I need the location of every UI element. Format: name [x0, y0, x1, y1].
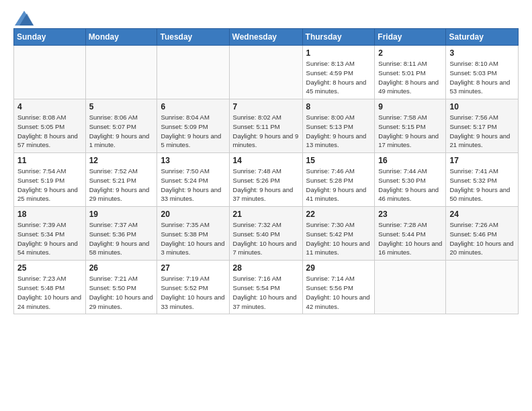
day-info: Sunrise: 8:00 AMSunset: 5:13 PMDaylight:…	[306, 113, 371, 150]
day-number: 9	[378, 102, 442, 111]
day-of-week-header: Monday	[85, 29, 157, 46]
day-info: Sunrise: 7:48 AMSunset: 5:26 PMDaylight:…	[233, 167, 299, 203]
calendar-week-row: 1Sunrise: 8:13 AMSunset: 4:59 PMDaylight…	[14, 46, 519, 99]
calendar-week-row: 4Sunrise: 8:08 AMSunset: 5:05 PMDaylight…	[14, 99, 519, 153]
day-info: Sunrise: 7:21 AMSunset: 5:50 PMDaylight:…	[89, 274, 154, 311]
calendar-cell: 26Sunrise: 7:21 AMSunset: 5:50 PMDayligh…	[85, 261, 157, 314]
day-of-week-header: Sunday	[14, 29, 86, 46]
day-of-week-header: Tuesday	[157, 29, 229, 46]
day-number: 12	[89, 156, 154, 165]
calendar-cell: 22Sunrise: 7:30 AMSunset: 5:42 PMDayligh…	[302, 207, 375, 261]
calendar-cell: 24Sunrise: 7:26 AMSunset: 5:46 PMDayligh…	[446, 207, 519, 261]
calendar-week-row: 18Sunrise: 7:39 AMSunset: 5:34 PMDayligh…	[14, 207, 519, 261]
day-of-week-header: Saturday	[446, 29, 519, 46]
day-info: Sunrise: 8:04 AMSunset: 5:09 PMDaylight:…	[161, 113, 225, 150]
day-number: 29	[306, 263, 371, 273]
calendar-cell: 13Sunrise: 7:50 AMSunset: 5:24 PMDayligh…	[157, 153, 229, 207]
calendar-cell	[157, 46, 229, 99]
calendar-cell: 6Sunrise: 8:04 AMSunset: 5:09 PMDaylight…	[157, 99, 229, 153]
logo-icon	[15, 11, 34, 26]
calendar-cell	[85, 46, 157, 99]
calendar-cell: 19Sunrise: 7:37 AMSunset: 5:36 PMDayligh…	[85, 207, 157, 261]
day-number: 16	[378, 156, 442, 165]
day-number: 27	[161, 263, 225, 273]
day-number: 1	[306, 48, 371, 58]
calendar-cell: 23Sunrise: 7:28 AMSunset: 5:44 PMDayligh…	[375, 207, 446, 261]
day-number: 15	[306, 156, 371, 165]
calendar-cell	[14, 46, 86, 99]
day-info: Sunrise: 7:19 AMSunset: 5:52 PMDaylight:…	[161, 274, 225, 311]
day-info: Sunrise: 8:08 AMSunset: 5:05 PMDaylight:…	[17, 113, 82, 150]
day-info: Sunrise: 8:06 AMSunset: 5:07 PMDaylight:…	[89, 113, 154, 150]
day-info: Sunrise: 7:46 AMSunset: 5:28 PMDaylight:…	[306, 167, 371, 203]
day-info: Sunrise: 7:52 AMSunset: 5:21 PMDaylight:…	[89, 167, 154, 203]
day-info: Sunrise: 7:30 AMSunset: 5:42 PMDaylight:…	[306, 220, 371, 257]
calendar-cell: 17Sunrise: 7:41 AMSunset: 5:32 PMDayligh…	[446, 153, 519, 207]
calendar-cell: 27Sunrise: 7:19 AMSunset: 5:52 PMDayligh…	[157, 261, 229, 314]
calendar-cell: 3Sunrise: 8:10 AMSunset: 5:03 PMDaylight…	[446, 46, 519, 99]
day-info: Sunrise: 8:13 AMSunset: 4:59 PMDaylight:…	[306, 59, 371, 96]
header	[13, 11, 519, 23]
calendar-cell: 10Sunrise: 7:56 AMSunset: 5:17 PMDayligh…	[446, 99, 519, 153]
day-info: Sunrise: 7:54 AMSunset: 5:19 PMDaylight:…	[17, 167, 82, 203]
calendar-cell: 28Sunrise: 7:16 AMSunset: 5:54 PMDayligh…	[229, 261, 302, 314]
calendar-week-row: 11Sunrise: 7:54 AMSunset: 5:19 PMDayligh…	[14, 153, 519, 207]
calendar-cell: 4Sunrise: 8:08 AMSunset: 5:05 PMDaylight…	[14, 99, 86, 153]
day-number: 18	[17, 210, 82, 219]
day-info: Sunrise: 7:44 AMSunset: 5:30 PMDaylight:…	[378, 167, 442, 203]
day-info: Sunrise: 7:35 AMSunset: 5:38 PMDaylight:…	[161, 220, 225, 257]
day-info: Sunrise: 7:14 AMSunset: 5:56 PMDaylight:…	[306, 274, 371, 311]
day-number: 20	[161, 210, 225, 219]
calendar-cell: 18Sunrise: 7:39 AMSunset: 5:34 PMDayligh…	[14, 207, 86, 261]
day-number: 8	[306, 102, 371, 111]
calendar-cell: 7Sunrise: 8:02 AMSunset: 5:11 PMDaylight…	[229, 99, 302, 153]
day-number: 14	[233, 156, 299, 165]
day-number: 6	[161, 102, 225, 111]
day-number: 19	[89, 210, 154, 219]
day-number: 11	[17, 156, 82, 165]
calendar-cell: 21Sunrise: 7:32 AMSunset: 5:40 PMDayligh…	[229, 207, 302, 261]
calendar-cell: 12Sunrise: 7:52 AMSunset: 5:21 PMDayligh…	[85, 153, 157, 207]
calendar-cell: 9Sunrise: 7:58 AMSunset: 5:15 PMDaylight…	[375, 99, 446, 153]
day-of-week-header: Friday	[375, 29, 446, 46]
calendar-cell: 29Sunrise: 7:14 AMSunset: 5:56 PMDayligh…	[302, 261, 375, 314]
calendar-week-row: 25Sunrise: 7:23 AMSunset: 5:48 PMDayligh…	[14, 261, 519, 314]
day-number: 4	[17, 102, 82, 111]
day-number: 2	[378, 48, 442, 58]
day-of-week-header: Thursday	[302, 29, 375, 46]
calendar-cell: 5Sunrise: 8:06 AMSunset: 5:07 PMDaylight…	[85, 99, 157, 153]
day-info: Sunrise: 7:50 AMSunset: 5:24 PMDaylight:…	[161, 167, 225, 203]
day-info: Sunrise: 7:32 AMSunset: 5:40 PMDaylight:…	[233, 220, 299, 257]
calendar-cell: 25Sunrise: 7:23 AMSunset: 5:48 PMDayligh…	[14, 261, 86, 314]
day-number: 21	[233, 210, 299, 219]
day-number: 24	[449, 210, 515, 219]
day-info: Sunrise: 7:16 AMSunset: 5:54 PMDaylight:…	[233, 274, 299, 311]
calendar-cell: 1Sunrise: 8:13 AMSunset: 4:59 PMDaylight…	[302, 46, 375, 99]
day-number: 10	[449, 102, 515, 111]
calendar-cell: 15Sunrise: 7:46 AMSunset: 5:28 PMDayligh…	[302, 153, 375, 207]
day-info: Sunrise: 7:58 AMSunset: 5:15 PMDaylight:…	[378, 113, 442, 150]
calendar-cell	[446, 261, 519, 314]
day-info: Sunrise: 7:41 AMSunset: 5:32 PMDaylight:…	[449, 167, 515, 203]
logo	[13, 11, 34, 23]
day-number: 26	[89, 263, 154, 273]
calendar-cell	[229, 46, 302, 99]
calendar-cell: 2Sunrise: 8:11 AMSunset: 5:01 PMDaylight…	[375, 46, 446, 99]
calendar-cell: 16Sunrise: 7:44 AMSunset: 5:30 PMDayligh…	[375, 153, 446, 207]
day-number: 23	[378, 210, 442, 219]
day-info: Sunrise: 7:28 AMSunset: 5:44 PMDaylight:…	[378, 220, 442, 257]
day-number: 3	[449, 48, 515, 58]
calendar-cell: 11Sunrise: 7:54 AMSunset: 5:19 PMDayligh…	[14, 153, 86, 207]
day-number: 22	[306, 210, 371, 219]
day-info: Sunrise: 7:37 AMSunset: 5:36 PMDaylight:…	[89, 220, 154, 257]
day-info: Sunrise: 7:56 AMSunset: 5:17 PMDaylight:…	[449, 113, 515, 150]
calendar-cell	[375, 261, 446, 314]
day-number: 28	[233, 263, 299, 273]
day-number: 17	[449, 156, 515, 165]
header-row: SundayMondayTuesdayWednesdayThursdayFrid…	[14, 29, 519, 46]
calendar-header: SundayMondayTuesdayWednesdayThursdayFrid…	[14, 29, 519, 46]
day-info: Sunrise: 8:10 AMSunset: 5:03 PMDaylight:…	[449, 59, 515, 96]
day-info: Sunrise: 7:23 AMSunset: 5:48 PMDaylight:…	[17, 274, 82, 311]
day-info: Sunrise: 8:02 AMSunset: 5:11 PMDaylight:…	[233, 113, 299, 150]
day-info: Sunrise: 7:26 AMSunset: 5:46 PMDaylight:…	[449, 220, 515, 257]
